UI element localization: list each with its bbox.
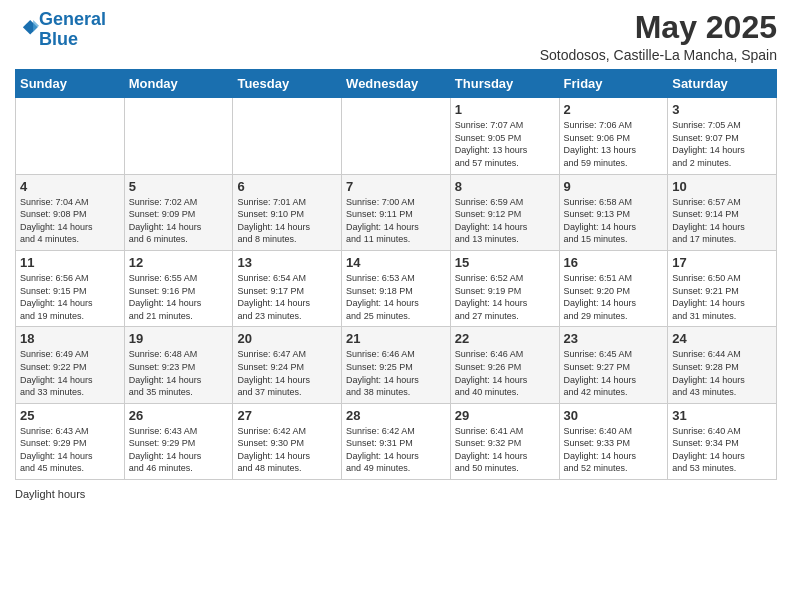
calendar-cell: 6Sunrise: 7:01 AM Sunset: 9:10 PM Daylig… — [233, 174, 342, 250]
calendar-cell: 25Sunrise: 6:43 AM Sunset: 9:29 PM Dayli… — [16, 403, 125, 479]
day-info: Sunrise: 7:06 AM Sunset: 9:06 PM Dayligh… — [564, 119, 664, 169]
day-info: Sunrise: 6:52 AM Sunset: 9:19 PM Dayligh… — [455, 272, 555, 322]
calendar-cell — [233, 98, 342, 174]
calendar-cell — [342, 98, 451, 174]
day-info: Sunrise: 6:41 AM Sunset: 9:32 PM Dayligh… — [455, 425, 555, 475]
day-info: Sunrise: 6:59 AM Sunset: 9:12 PM Dayligh… — [455, 196, 555, 246]
calendar-table: SundayMondayTuesdayWednesdayThursdayFrid… — [15, 69, 777, 480]
calendar-cell: 19Sunrise: 6:48 AM Sunset: 9:23 PM Dayli… — [124, 327, 233, 403]
day-number: 9 — [564, 179, 664, 194]
calendar-cell: 16Sunrise: 6:51 AM Sunset: 9:20 PM Dayli… — [559, 250, 668, 326]
calendar-cell: 13Sunrise: 6:54 AM Sunset: 9:17 PM Dayli… — [233, 250, 342, 326]
calendar-cell: 12Sunrise: 6:55 AM Sunset: 9:16 PM Dayli… — [124, 250, 233, 326]
calendar-cell: 26Sunrise: 6:43 AM Sunset: 9:29 PM Dayli… — [124, 403, 233, 479]
calendar-cell — [124, 98, 233, 174]
day-number: 17 — [672, 255, 772, 270]
day-number: 29 — [455, 408, 555, 423]
calendar-cell: 2Sunrise: 7:06 AM Sunset: 9:06 PM Daylig… — [559, 98, 668, 174]
logo-icon — [17, 17, 39, 39]
day-number: 20 — [237, 331, 337, 346]
day-number: 1 — [455, 102, 555, 117]
day-number: 3 — [672, 102, 772, 117]
day-number: 2 — [564, 102, 664, 117]
calendar-cell: 8Sunrise: 6:59 AM Sunset: 9:12 PM Daylig… — [450, 174, 559, 250]
day-info: Sunrise: 6:50 AM Sunset: 9:21 PM Dayligh… — [672, 272, 772, 322]
day-info: Sunrise: 6:53 AM Sunset: 9:18 PM Dayligh… — [346, 272, 446, 322]
day-number: 27 — [237, 408, 337, 423]
calendar-cell — [16, 98, 125, 174]
calendar-cell: 15Sunrise: 6:52 AM Sunset: 9:19 PM Dayli… — [450, 250, 559, 326]
day-number: 25 — [20, 408, 120, 423]
day-info: Sunrise: 6:46 AM Sunset: 9:26 PM Dayligh… — [455, 348, 555, 398]
col-header-saturday: Saturday — [668, 70, 777, 98]
calendar-cell: 21Sunrise: 6:46 AM Sunset: 9:25 PM Dayli… — [342, 327, 451, 403]
title-block: May 2025 Sotodosos, Castille-La Mancha, … — [540, 10, 777, 63]
day-info: Sunrise: 6:51 AM Sunset: 9:20 PM Dayligh… — [564, 272, 664, 322]
calendar-week-1: 1Sunrise: 7:07 AM Sunset: 9:05 PM Daylig… — [16, 98, 777, 174]
day-number: 12 — [129, 255, 229, 270]
day-info: Sunrise: 7:07 AM Sunset: 9:05 PM Dayligh… — [455, 119, 555, 169]
col-header-wednesday: Wednesday — [342, 70, 451, 98]
col-header-sunday: Sunday — [16, 70, 125, 98]
day-number: 31 — [672, 408, 772, 423]
day-number: 11 — [20, 255, 120, 270]
calendar-header-row: SundayMondayTuesdayWednesdayThursdayFrid… — [16, 70, 777, 98]
page: General Blue May 2025 Sotodosos, Castill… — [0, 0, 792, 612]
day-info: Sunrise: 6:48 AM Sunset: 9:23 PM Dayligh… — [129, 348, 229, 398]
day-info: Sunrise: 7:00 AM Sunset: 9:11 PM Dayligh… — [346, 196, 446, 246]
day-number: 14 — [346, 255, 446, 270]
day-info: Sunrise: 6:55 AM Sunset: 9:16 PM Dayligh… — [129, 272, 229, 322]
calendar-cell: 11Sunrise: 6:56 AM Sunset: 9:15 PM Dayli… — [16, 250, 125, 326]
footer-note: Daylight hours — [15, 488, 777, 500]
day-info: Sunrise: 6:57 AM Sunset: 9:14 PM Dayligh… — [672, 196, 772, 246]
day-info: Sunrise: 6:42 AM Sunset: 9:31 PM Dayligh… — [346, 425, 446, 475]
day-info: Sunrise: 6:40 AM Sunset: 9:34 PM Dayligh… — [672, 425, 772, 475]
calendar-cell: 7Sunrise: 7:00 AM Sunset: 9:11 PM Daylig… — [342, 174, 451, 250]
calendar-cell: 10Sunrise: 6:57 AM Sunset: 9:14 PM Dayli… — [668, 174, 777, 250]
day-info: Sunrise: 6:56 AM Sunset: 9:15 PM Dayligh… — [20, 272, 120, 322]
day-info: Sunrise: 6:49 AM Sunset: 9:22 PM Dayligh… — [20, 348, 120, 398]
day-info: Sunrise: 6:47 AM Sunset: 9:24 PM Dayligh… — [237, 348, 337, 398]
logo: General Blue — [15, 10, 106, 50]
calendar-cell: 29Sunrise: 6:41 AM Sunset: 9:32 PM Dayli… — [450, 403, 559, 479]
day-info: Sunrise: 6:45 AM Sunset: 9:27 PM Dayligh… — [564, 348, 664, 398]
calendar-cell: 17Sunrise: 6:50 AM Sunset: 9:21 PM Dayli… — [668, 250, 777, 326]
calendar-cell: 18Sunrise: 6:49 AM Sunset: 9:22 PM Dayli… — [16, 327, 125, 403]
month-title: May 2025 — [540, 10, 777, 45]
day-info: Sunrise: 7:04 AM Sunset: 9:08 PM Dayligh… — [20, 196, 120, 246]
day-number: 8 — [455, 179, 555, 194]
day-number: 10 — [672, 179, 772, 194]
day-number: 30 — [564, 408, 664, 423]
day-info: Sunrise: 6:58 AM Sunset: 9:13 PM Dayligh… — [564, 196, 664, 246]
day-number: 19 — [129, 331, 229, 346]
calendar-cell: 31Sunrise: 6:40 AM Sunset: 9:34 PM Dayli… — [668, 403, 777, 479]
calendar-week-4: 18Sunrise: 6:49 AM Sunset: 9:22 PM Dayli… — [16, 327, 777, 403]
day-number: 7 — [346, 179, 446, 194]
day-info: Sunrise: 6:43 AM Sunset: 9:29 PM Dayligh… — [129, 425, 229, 475]
col-header-friday: Friday — [559, 70, 668, 98]
day-info: Sunrise: 7:02 AM Sunset: 9:09 PM Dayligh… — [129, 196, 229, 246]
day-number: 21 — [346, 331, 446, 346]
day-info: Sunrise: 7:05 AM Sunset: 9:07 PM Dayligh… — [672, 119, 772, 169]
calendar-cell: 27Sunrise: 6:42 AM Sunset: 9:30 PM Dayli… — [233, 403, 342, 479]
calendar-week-5: 25Sunrise: 6:43 AM Sunset: 9:29 PM Dayli… — [16, 403, 777, 479]
day-number: 22 — [455, 331, 555, 346]
location: Sotodosos, Castille-La Mancha, Spain — [540, 47, 777, 63]
calendar-cell: 20Sunrise: 6:47 AM Sunset: 9:24 PM Dayli… — [233, 327, 342, 403]
calendar-cell: 3Sunrise: 7:05 AM Sunset: 9:07 PM Daylig… — [668, 98, 777, 174]
calendar-cell: 5Sunrise: 7:02 AM Sunset: 9:09 PM Daylig… — [124, 174, 233, 250]
calendar-cell: 28Sunrise: 6:42 AM Sunset: 9:31 PM Dayli… — [342, 403, 451, 479]
day-info: Sunrise: 6:44 AM Sunset: 9:28 PM Dayligh… — [672, 348, 772, 398]
day-info: Sunrise: 6:42 AM Sunset: 9:30 PM Dayligh… — [237, 425, 337, 475]
calendar-cell: 4Sunrise: 7:04 AM Sunset: 9:08 PM Daylig… — [16, 174, 125, 250]
calendar-week-2: 4Sunrise: 7:04 AM Sunset: 9:08 PM Daylig… — [16, 174, 777, 250]
calendar-cell: 24Sunrise: 6:44 AM Sunset: 9:28 PM Dayli… — [668, 327, 777, 403]
header: General Blue May 2025 Sotodosos, Castill… — [15, 10, 777, 63]
calendar-week-3: 11Sunrise: 6:56 AM Sunset: 9:15 PM Dayli… — [16, 250, 777, 326]
day-number: 18 — [20, 331, 120, 346]
day-number: 5 — [129, 179, 229, 194]
col-header-thursday: Thursday — [450, 70, 559, 98]
day-number: 24 — [672, 331, 772, 346]
day-info: Sunrise: 6:46 AM Sunset: 9:25 PM Dayligh… — [346, 348, 446, 398]
day-number: 6 — [237, 179, 337, 194]
